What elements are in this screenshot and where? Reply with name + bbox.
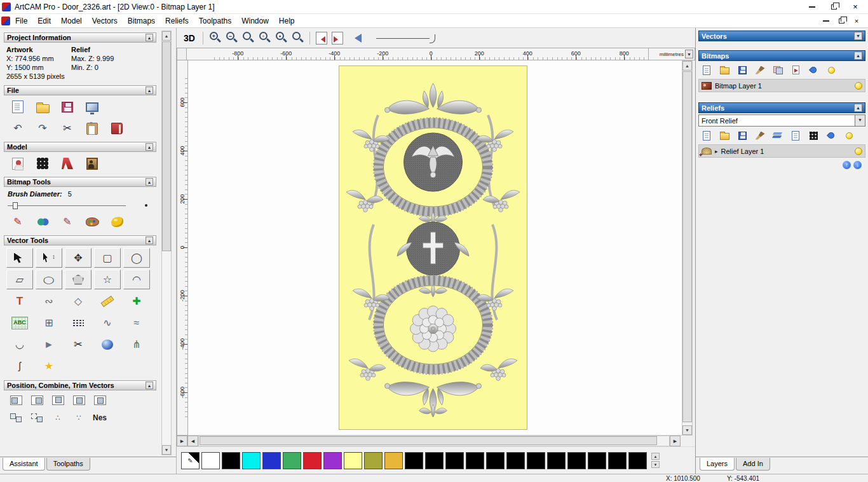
colour-swatch[interactable]	[466, 452, 484, 469]
smooth-polyline-icon[interactable]: ≈	[123, 313, 150, 333]
position-combine-header[interactable]: Position, Combine, Trim Vectors ▲	[4, 380, 156, 390]
relief-colour-icon[interactable]	[824, 129, 838, 142]
vector-doctor-icon[interactable]: ⋔	[123, 334, 150, 354]
flood-fill-icon[interactable]	[107, 213, 127, 231]
model-notes-icon[interactable]	[82, 98, 102, 116]
create-ellipse-icon[interactable]: ◯	[36, 270, 62, 289]
paint-selective-icon[interactable]	[32, 213, 53, 231]
colour-swatch[interactable]	[608, 452, 627, 469]
tab-layers[interactable]: Layers	[700, 458, 735, 471]
previous-bitmap-layer-icon[interactable]	[316, 32, 327, 45]
mdi-close-button[interactable]: ×	[851, 16, 862, 26]
scroll-down-icon[interactable]: ▼	[682, 425, 692, 435]
view-3d-button[interactable]: 3D	[180, 32, 198, 45]
relief-select[interactable]: Front Relief ▼	[698, 114, 865, 127]
palette-scroll-up-icon[interactable]: ▲	[651, 453, 660, 460]
bitmap-layer-row[interactable]: Bitmap Layer 1	[698, 79, 865, 92]
colour-swatch[interactable]	[384, 452, 403, 469]
palette-scroll-down-icon[interactable]: ▼	[651, 461, 660, 468]
new-model-icon[interactable]	[8, 98, 28, 116]
mdi-minimize-button[interactable]	[821, 16, 831, 26]
create-arc-icon[interactable]: ◠	[123, 270, 150, 289]
scroll-left-icon[interactable]: ◀	[187, 436, 198, 446]
file-section-header[interactable]: File ▲	[4, 85, 156, 95]
measure-icon[interactable]	[94, 291, 121, 311]
tab-assistant[interactable]: Assistant	[3, 458, 45, 471]
colour-swatch[interactable]	[364, 452, 383, 469]
colour-swatch[interactable]	[323, 452, 342, 469]
units-dropdown-icon[interactable]: ▼	[685, 50, 693, 59]
paste-icon[interactable]	[82, 120, 102, 137]
mdi-restore-button[interactable]	[836, 16, 846, 26]
colour-swatch[interactable]	[425, 452, 444, 469]
back-view-icon[interactable]	[350, 34, 362, 43]
colour-swatch[interactable]	[262, 452, 281, 469]
tab-toolpaths[interactable]: Toolpaths	[46, 458, 90, 471]
menu-item[interactable]: Help	[274, 15, 300, 27]
scrollbar-thumb[interactable]	[682, 71, 692, 422]
open-bitmap-layer-icon[interactable]	[717, 64, 731, 76]
save-relief-layer-icon[interactable]	[735, 129, 749, 142]
create-circle-icon[interactable]: ◯	[123, 248, 150, 268]
create-star-icon[interactable]: ☆	[94, 270, 121, 289]
scroll-down-icon[interactable]: ▼	[162, 445, 171, 455]
create-text-icon[interactable]: T	[6, 291, 33, 311]
draw-icon[interactable]: ✎	[57, 213, 78, 231]
join-vectors-icon[interactable]: ◡	[6, 334, 33, 354]
star-wizard-icon[interactable]: ★	[36, 356, 62, 376]
colour-reduction-icon[interactable]	[806, 64, 820, 76]
paste-along-curve-icon[interactable]: ∵	[71, 411, 87, 425]
move-layer-up-icon[interactable]: ↑	[843, 161, 851, 169]
colour-swatch[interactable]	[547, 452, 566, 469]
align-right-icon[interactable]	[29, 393, 45, 407]
relief-select-dropdown-icon[interactable]: ▼	[855, 115, 865, 126]
bitmaps-panel-header[interactable]: Bitmaps ▲	[698, 50, 865, 61]
zoom-box-icon[interactable]	[241, 31, 255, 45]
collapse-reliefs-icon[interactable]: ▲	[854, 104, 862, 112]
trim-vectors-icon[interactable]: ✂	[65, 334, 92, 354]
primary-colour-swatch[interactable]: ✎	[181, 452, 200, 469]
close-window-button[interactable]: ×	[844, 1, 866, 13]
save-bitmap-layer-icon[interactable]	[735, 64, 749, 76]
zoom-objects-icon[interactable]: ▪	[274, 31, 288, 45]
colour-swatch[interactable]	[486, 452, 505, 469]
collapse-bitmaps-icon[interactable]: ▲	[854, 52, 862, 60]
redo-icon[interactable]: ↷	[32, 120, 53, 137]
colour-swatch[interactable]	[588, 452, 606, 469]
collapse-section-icon[interactable]: ▲	[146, 86, 153, 94]
move-layer-down-icon[interactable]: ↓	[853, 161, 862, 169]
model-properties-icon[interactable]	[32, 155, 53, 172]
zoom-out-icon[interactable]: −	[224, 31, 239, 45]
zoom-previous-icon[interactable]	[290, 31, 305, 45]
transform-vectors-icon[interactable]: ✥	[65, 248, 92, 268]
merge-bitmap-layers-icon[interactable]	[771, 64, 785, 76]
node-editing-icon[interactable]	[36, 248, 62, 268]
menu-item[interactable]: Window	[236, 15, 274, 27]
merge-relief-layers-icon[interactable]	[771, 129, 785, 142]
assistant-scrollbar[interactable]: ▲ ▼	[161, 31, 172, 455]
notes-icon[interactable]	[107, 120, 127, 137]
colour-swatch[interactable]	[527, 452, 545, 469]
layer-visibility-icon[interactable]	[855, 82, 862, 90]
offset-copies-icon[interactable]: ∴	[50, 411, 66, 425]
clear-bitmap-layer-icon[interactable]	[753, 64, 767, 76]
select-vectors-icon[interactable]	[6, 248, 33, 268]
colour-swatch[interactable]	[344, 452, 362, 469]
colour-palette-icon[interactable]	[82, 213, 102, 231]
nesting-icon[interactable]: Nes	[92, 411, 108, 425]
align-centre-icon[interactable]	[92, 393, 108, 407]
restore-window-button[interactable]	[823, 1, 844, 13]
new-relief-layer-icon[interactable]	[700, 129, 714, 142]
slider-thumb[interactable]	[13, 202, 18, 209]
toggle-relief-visibility-icon[interactable]	[842, 129, 856, 142]
paint-icon[interactable]: ✎	[8, 213, 28, 231]
menu-item[interactable]: Reliefs	[160, 15, 194, 27]
block-copy-icon[interactable]	[8, 411, 24, 425]
set-model-position-icon[interactable]	[57, 155, 78, 172]
artwork-canvas[interactable]	[339, 65, 527, 430]
menu-item[interactable]: Bitmaps	[123, 15, 160, 27]
fillet-arc-icon[interactable]: ʃ	[6, 356, 33, 376]
toggle-bitmap-visibility-icon[interactable]	[824, 64, 838, 76]
align-bottom-icon[interactable]	[71, 393, 87, 407]
relief-layer-row[interactable]: ▸ Relief Layer 1	[698, 144, 865, 158]
